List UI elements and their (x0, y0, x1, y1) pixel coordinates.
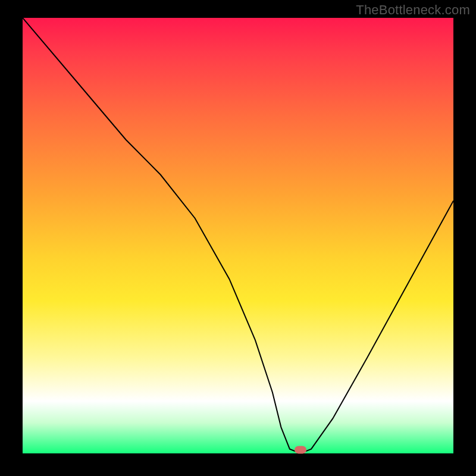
chart-frame: TheBottleneck.com (0, 0, 476, 476)
bottleneck-curve (23, 18, 453, 453)
optimal-point-marker (295, 446, 306, 454)
plot-area (23, 18, 453, 453)
watermark-text: TheBottleneck.com (356, 2, 470, 18)
